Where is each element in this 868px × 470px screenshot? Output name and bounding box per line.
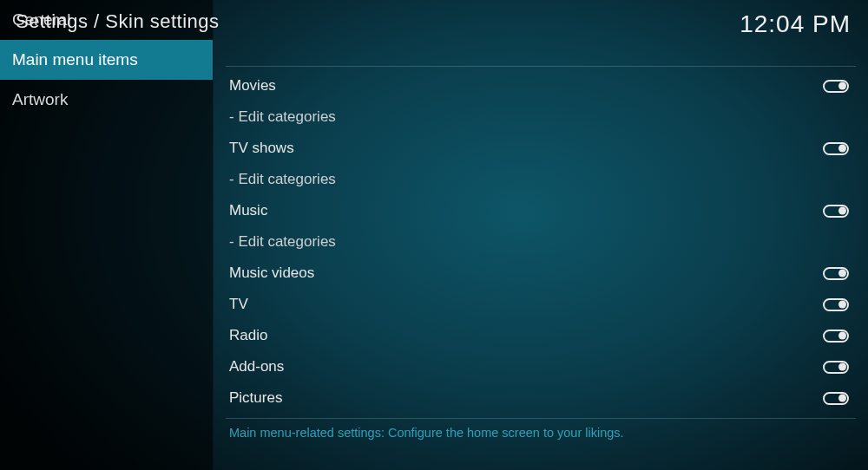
setting-row[interactable]: - Edit categories (214, 226, 868, 258)
setting-label: Add-ons (229, 358, 284, 375)
setting-label: Pictures (229, 389, 282, 407)
setting-label: Music videos (229, 264, 314, 282)
toggle[interactable] (823, 142, 849, 155)
toggle[interactable] (823, 330, 849, 343)
toggle[interactable] (823, 361, 849, 374)
setting-label: Movies (229, 77, 276, 95)
setting-label: - Edit categories (229, 233, 336, 251)
footer: Main menu-related settings: Configure th… (226, 418, 856, 470)
body: Movies- Edit categoriesTV shows- Edit ca… (0, 66, 868, 470)
setting-row[interactable]: TV (214, 289, 868, 320)
toggle[interactable] (823, 298, 849, 311)
setting-row[interactable]: Music videos (214, 258, 868, 289)
toggle[interactable] (823, 80, 849, 93)
breadcrumb: Settings / Skin settings (16, 10, 220, 33)
setting-row[interactable]: - Edit categories (214, 164, 868, 195)
toggle[interactable] (823, 392, 849, 405)
clock: 12:04 PM (740, 10, 851, 38)
setting-row[interactable]: Pictures (214, 382, 868, 414)
footer-help-text: Main menu-related settings: Configure th… (229, 426, 852, 440)
setting-label: - Edit categories (229, 108, 336, 126)
top-divider (226, 66, 856, 67)
setting-label: TV shows (229, 140, 294, 157)
header: Settings / Skin settings 12:04 PM (0, 0, 868, 43)
toggle[interactable] (823, 205, 849, 218)
setting-row[interactable]: TV shows (214, 133, 868, 164)
toggle[interactable] (823, 267, 849, 280)
setting-row[interactable]: - Edit categories (214, 101, 868, 133)
setting-label: TV (229, 296, 248, 313)
setting-label: - Edit categories (229, 171, 336, 188)
main-panel: Movies- Edit categoriesTV shows- Edit ca… (214, 66, 868, 470)
setting-row[interactable]: Movies (214, 70, 868, 101)
settings-list: Movies- Edit categoriesTV shows- Edit ca… (214, 70, 868, 418)
setting-label: Music (229, 202, 267, 219)
setting-row[interactable]: Radio (214, 320, 868, 351)
setting-row[interactable]: Add-ons (214, 351, 868, 382)
setting-row[interactable]: Music (214, 195, 868, 226)
setting-label: Radio (229, 327, 267, 344)
